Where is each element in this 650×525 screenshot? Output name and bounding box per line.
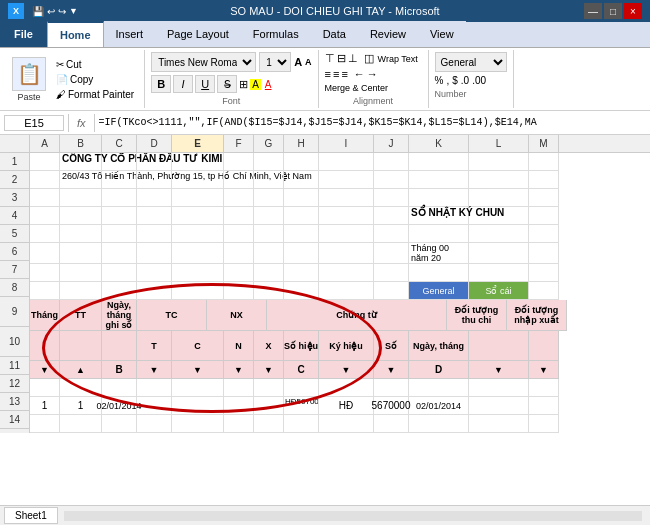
cell-e7[interactable] — [172, 264, 224, 282]
right-align-icon[interactable]: ≡ — [341, 68, 347, 80]
cell-m6[interactable] — [529, 243, 559, 264]
cell-j12[interactable] — [374, 379, 409, 397]
cell-a6[interactable] — [30, 243, 60, 264]
underline-button[interactable]: U — [195, 75, 215, 93]
cell-a11[interactable]: ▼ — [30, 361, 60, 379]
cell-c6[interactable] — [102, 243, 137, 264]
col-header-b[interactable]: B — [60, 135, 102, 152]
cell-g1[interactable] — [254, 153, 284, 171]
cell-h2[interactable] — [284, 171, 319, 189]
cell-i6[interactable] — [319, 243, 374, 264]
cell-b12[interactable] — [60, 379, 102, 397]
cell-l2[interactable] — [469, 171, 529, 189]
wrap-text-btn[interactable]: Wrap Text — [378, 54, 418, 64]
dec-decimal-btn[interactable]: .00 — [472, 75, 486, 86]
undo-icon[interactable]: ↩ — [47, 6, 55, 17]
cell-a1[interactable] — [30, 153, 60, 171]
cell-j6[interactable] — [374, 243, 409, 264]
cell-a14[interactable] — [30, 415, 60, 433]
cell-l9[interactable]: Đối tượng nhập xuất — [507, 300, 567, 331]
row-header-4[interactable]: 4 — [0, 207, 29, 225]
cell-h13[interactable]: HĐ5670000 — [284, 397, 319, 415]
cell-k6[interactable]: Tháng 00 năm 20 — [409, 243, 469, 264]
tab-data[interactable]: Data — [311, 21, 358, 47]
cell-d6[interactable] — [137, 243, 172, 264]
cell-h12[interactable] — [284, 379, 319, 397]
cell-j5[interactable] — [374, 225, 409, 243]
cell-e14[interactable] — [172, 415, 224, 433]
increase-font-icon[interactable]: A — [294, 56, 302, 68]
cell-h14[interactable] — [284, 415, 319, 433]
cell-e1[interactable] — [172, 153, 224, 171]
cell-a2[interactable] — [30, 171, 60, 189]
cell-b9[interactable]: TT — [60, 300, 102, 331]
cell-k4[interactable]: SỔ NHẬT KÝ CHUN — [409, 207, 469, 225]
left-align-icon[interactable]: ≡ — [325, 68, 331, 80]
tab-insert[interactable]: Insert — [104, 21, 156, 47]
center-align-icon[interactable]: ≡ — [333, 68, 339, 80]
cell-j11[interactable]: ▼ — [374, 361, 409, 379]
cell-g2[interactable] — [254, 171, 284, 189]
cell-e12[interactable] — [172, 379, 224, 397]
sheet-tab-1[interactable]: Sheet1 — [4, 507, 58, 524]
cell-i12[interactable] — [319, 379, 374, 397]
cell-f11[interactable]: ▼ — [224, 361, 254, 379]
cell-k2[interactable] — [409, 171, 469, 189]
cell-c4[interactable] — [102, 207, 137, 225]
row-header-7[interactable]: 7 — [0, 261, 29, 279]
dropdown-icon[interactable]: ▼ — [69, 6, 78, 17]
cell-c11[interactable]: B — [102, 361, 137, 379]
decrease-indent-icon[interactable]: ← — [354, 68, 365, 80]
cell-f8[interactable] — [224, 282, 254, 300]
cell-i1[interactable] — [319, 153, 374, 171]
cell-d3[interactable] — [137, 189, 172, 207]
cell-i14[interactable] — [319, 415, 374, 433]
merge-center-btn[interactable]: Merge & Center — [325, 83, 422, 93]
cell-f6[interactable] — [224, 243, 254, 264]
col-header-l[interactable]: L — [469, 135, 529, 152]
row-header-10[interactable]: 10 — [0, 327, 29, 357]
font-size-select[interactable]: 11 — [259, 52, 291, 72]
cell-m1[interactable] — [529, 153, 559, 171]
cell-h4[interactable] — [284, 207, 319, 225]
cell-d1[interactable] — [137, 153, 172, 171]
cell-b4[interactable] — [60, 207, 102, 225]
cell-c1[interactable] — [102, 153, 137, 171]
cell-f3[interactable] — [224, 189, 254, 207]
currency-btn[interactable]: $ — [452, 75, 458, 86]
cell-l7[interactable] — [469, 264, 529, 282]
cell-h10-sohieu[interactable]: Số hiệu — [284, 331, 319, 361]
cell-j2[interactable] — [374, 171, 409, 189]
inc-decimal-btn[interactable]: .0 — [461, 75, 469, 86]
cell-e13[interactable] — [172, 397, 224, 415]
cell-b7[interactable] — [60, 264, 102, 282]
cell-a4[interactable] — [30, 207, 60, 225]
cell-i7[interactable] — [319, 264, 374, 282]
col-header-k[interactable]: K — [409, 135, 469, 152]
cell-c8[interactable] — [102, 282, 137, 300]
cell-b1[interactable]: CÔNG TY CỔ PHẦN ĐẦU TƯ KIMI — [60, 153, 102, 171]
cell-a10[interactable] — [30, 331, 60, 361]
cell-g12[interactable] — [254, 379, 284, 397]
cell-d13[interactable] — [137, 397, 172, 415]
cell-d2[interactable] — [137, 171, 172, 189]
cell-d5[interactable] — [137, 225, 172, 243]
cell-f14[interactable] — [224, 415, 254, 433]
cell-e5[interactable] — [172, 225, 224, 243]
cell-m12[interactable] — [529, 379, 559, 397]
cell-h5[interactable] — [284, 225, 319, 243]
copy-button[interactable]: 📄 Copy — [54, 73, 136, 86]
row-header-8[interactable]: 8 — [0, 279, 29, 297]
cell-j1[interactable] — [374, 153, 409, 171]
paste-button[interactable]: 📋 Paste — [8, 55, 50, 104]
cell-l11[interactable]: ▼ — [469, 361, 529, 379]
cell-b8[interactable] — [60, 282, 102, 300]
cell-g4[interactable] — [254, 207, 284, 225]
decrease-font-icon[interactable]: A — [305, 57, 312, 67]
cell-e2[interactable] — [172, 171, 224, 189]
cell-d11[interactable]: ▼ — [137, 361, 172, 379]
cell-l13[interactable] — [469, 397, 529, 415]
fill-color-icon[interactable]: A — [250, 79, 261, 90]
cell-m13[interactable] — [529, 397, 559, 415]
cell-k11[interactable]: D — [409, 361, 469, 379]
